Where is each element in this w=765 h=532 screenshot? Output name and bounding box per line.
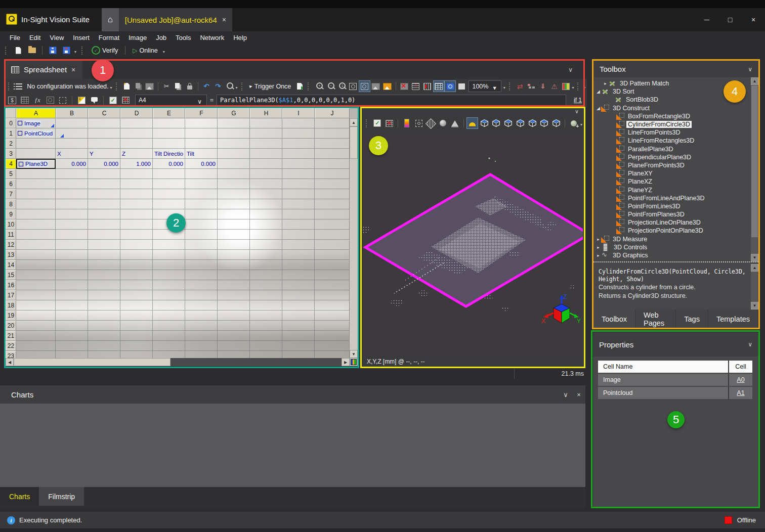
toolbox-item-planexz[interactable]: PlaneXZ [593,178,751,186]
tab-tags[interactable]: Tags [676,309,708,329]
save-dropdown-icon[interactable]: ▾ [74,47,78,54]
grid-cell-J16[interactable] [315,280,350,290]
grid-cell-C22[interactable] [88,341,120,351]
grid-cell-G16[interactable] [218,280,250,290]
grid-cell-C9[interactable] [88,209,120,219]
expander-collapsed-icon[interactable]: ▸ [596,245,601,250]
column-header-G[interactable]: G [218,108,250,118]
grid-cell-B17[interactable] [56,290,88,300]
column-header-I[interactable]: I [282,108,315,118]
grid-cell-H10[interactable] [250,219,282,230]
zoom-actual-icon[interactable] [336,80,348,92]
grid-cell-D10[interactable] [120,219,153,230]
grid-cell-J20[interactable] [315,321,350,331]
error-list-icon[interactable]: ⚠ [548,80,560,92]
grid-cell-J22[interactable] [315,341,350,351]
grid-cell-F16[interactable] [185,280,218,290]
grid-cell-I17[interactable] [282,290,315,300]
grid-cell-A0[interactable]: Image [16,118,56,128]
grid-cell-B15[interactable] [56,270,88,280]
grid-cell-C15[interactable] [88,270,120,280]
grid-cell-I16[interactable] [282,280,315,290]
grid-cell-F11[interactable] [185,230,218,240]
grid-cell-I5[interactable] [282,169,315,179]
grid-cell-B10[interactable] [56,219,88,230]
grid-cell-H19[interactable] [250,311,282,321]
row-header-13[interactable]: 13 [6,250,16,260]
grid-cell-H11[interactable] [250,230,282,240]
grid-cell-I2[interactable] [282,139,315,149]
grid-cell-H7[interactable] [250,189,282,199]
grid-cell-C13[interactable] [88,250,120,260]
close-button[interactable]: × [742,8,765,31]
row-header-3[interactable]: 3 [6,149,16,159]
grid-cell-I10[interactable] [282,219,315,230]
grid-cell-H13[interactable] [250,250,282,260]
view-orientation-2-icon[interactable] [490,117,502,129]
grid-cell-B2[interactable] [56,139,88,149]
grid-cell-I9[interactable] [282,209,315,219]
grid-cell-I23[interactable] [282,351,315,358]
tab-spreadsheet[interactable]: Spreadsheet × [4,60,82,79]
grid-cell-C10[interactable] [88,219,120,230]
grid-cell-C6[interactable] [88,179,120,189]
expander-expanded-icon[interactable]: ◢ [596,106,601,111]
insert-snippet-icon[interactable] [133,80,144,92]
grid-cell-B18[interactable] [56,300,88,311]
grid-cell-G10[interactable] [218,219,250,230]
grid-cell-J6[interactable] [315,179,350,189]
column-header-E[interactable]: E [153,108,185,118]
cell-link-A0[interactable]: A0 [737,376,744,383]
grid-cell-A12[interactable] [16,240,56,250]
grid-cell-F14[interactable] [185,260,218,270]
colormap-icon[interactable] [401,117,413,129]
menu-job[interactable]: Job [151,34,171,41]
toolbar-grip[interactable] [116,82,119,91]
grid-cell-J10[interactable] [315,219,350,230]
grid-cell-F1[interactable] [185,128,218,139]
dropdown-icon[interactable]: ▾ [110,82,114,90]
grid-cell-F13[interactable] [185,250,218,260]
disable-cell-icon[interactable] [119,95,132,106]
cell-link-A1[interactable]: A1 [737,389,744,396]
view-orientation-3-icon[interactable] [502,117,515,129]
grid-cell-G8[interactable] [218,199,250,209]
grid-cell-E6[interactable] [153,179,185,189]
toolbox-item-linefrompoints3d[interactable]: LineFromPoints3D [593,128,751,137]
toolbar-grip[interactable] [577,82,581,91]
column-header-F[interactable]: F [185,108,218,118]
show-overlay-icon[interactable] [444,80,456,92]
grid-cell-G20[interactable] [218,321,250,331]
grid-cell-G12[interactable] [218,240,250,250]
insert-row-icon[interactable] [410,80,421,92]
grid-cell-I22[interactable] [282,341,315,351]
grid-cell-C8[interactable] [88,199,120,209]
if-indicator[interactable]: if 1 [567,97,587,104]
grid-cell-I21[interactable] [282,331,315,341]
grid-cell-A9[interactable] [16,209,56,219]
grid-cell-B20[interactable] [56,321,88,331]
redo-icon[interactable]: ↷ [212,80,224,92]
grid-cell-E8[interactable] [153,199,185,209]
grid-cell-J1[interactable] [315,128,350,139]
grid-cell-C14[interactable] [88,260,120,270]
online-button[interactable]: ▷ Online [130,45,160,56]
menu-file[interactable]: File [5,34,25,41]
grid-cell-H3[interactable] [250,149,282,159]
grid-cell-A22[interactable] [16,341,56,351]
grid-cell-F19[interactable] [185,311,218,321]
grid-cell-D17[interactable] [120,290,153,300]
grid-cell-J19[interactable] [315,311,350,321]
grid-cell-D2[interactable] [120,139,153,149]
grid-cell-H9[interactable] [250,209,282,219]
grid-cell-D0[interactable] [120,118,153,128]
grid-cell-B4[interactable]: 0.000 [56,159,88,169]
grid-cell-C0[interactable] [88,118,120,128]
cells-area[interactable]: ImagePointCloudXYZTilt DirectioTiltPlane… [16,118,350,358]
dropdown-icon[interactable]: ▾ [503,82,507,90]
grid-cell-G15[interactable] [218,270,250,280]
column-header-A[interactable]: A [16,108,56,118]
grid-cell-B12[interactable] [56,240,88,250]
toolbox-item-planexy[interactable]: PlaneXY [593,169,751,178]
grid-cell-D6[interactable] [120,179,153,189]
